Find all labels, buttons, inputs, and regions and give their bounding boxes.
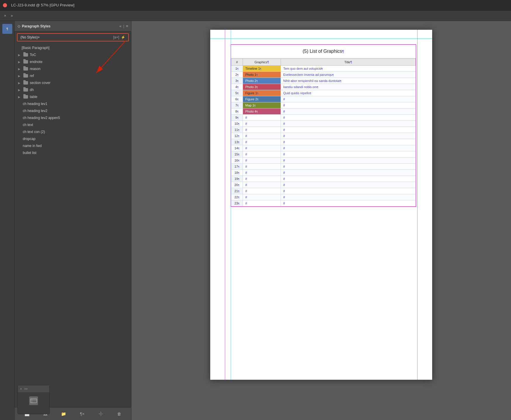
style-group-endnote[interactable]: ▶ endnote	[15, 58, 131, 65]
cell-title: #	[281, 200, 416, 206]
close-panel-button[interactable]: ×	[2, 13, 8, 19]
style-label: ch heading lev1	[23, 102, 47, 106]
style-item-dropcap[interactable]: dropcap	[15, 135, 131, 142]
delete-style-button[interactable]: 🗑	[115, 410, 124, 417]
chevron-right-icon: ▶	[18, 67, 22, 71]
cell-graphic: Photo 1¶	[243, 72, 281, 78]
table-title-text: (5) List of Graphics	[303, 49, 342, 54]
panel-header-actions: « | ≡	[119, 24, 128, 28]
cell-title: #	[281, 145, 416, 151]
folder-button[interactable]: 📁	[59, 410, 68, 417]
style-item-ch-heading-lev2[interactable]: ch heading lev2	[15, 107, 131, 114]
table-row: 4¶Photo 3¶Iaestiu sdandi nobis om¶	[231, 84, 416, 90]
no-styles-actions: [a+] ⚡	[113, 35, 125, 39]
table-row: 14¶##	[231, 145, 416, 151]
style-label: ch heading lev2	[23, 109, 47, 113]
style-group-reason[interactable]: ▶ reason	[15, 65, 131, 72]
table-row: 16¶##	[231, 158, 416, 164]
diamond-icon: ◇	[18, 24, 20, 28]
cell-num: 10¶	[231, 121, 243, 127]
expand-button[interactable]: »	[9, 13, 15, 19]
menu-icon[interactable]: ≡	[126, 24, 128, 28]
cell-title: #	[281, 170, 416, 176]
cell-num: 5¶	[231, 90, 243, 96]
cell-num: 4¶	[231, 84, 243, 90]
cell-title: #	[281, 121, 416, 127]
table-row: 23¶##	[231, 200, 416, 206]
cell-num: 18¶	[231, 170, 243, 176]
cell-num: 12¶	[231, 133, 243, 139]
cell-title: Nihit abor rerspienihil ea sanda duntota…	[281, 78, 416, 84]
style-item-bullet-list[interactable]: bullet list	[15, 149, 131, 156]
table-row: 3¶Photo 2¶Nihit abor rerspienihil ea san…	[231, 78, 416, 84]
style-group-table[interactable]: ▶ table	[15, 93, 131, 100]
cell-num: 11¶	[231, 127, 243, 133]
cell-num: 20¶	[231, 182, 243, 188]
chevron-right-icon: ▶	[18, 60, 22, 64]
close-button[interactable]	[3, 3, 7, 7]
cell-graphic: #	[243, 158, 281, 164]
cell-num: 19¶	[231, 176, 243, 182]
group-label: ref	[30, 74, 34, 78]
table-row: 2¶Photo 1¶Evelessectem invenia ad parumq…	[231, 72, 416, 78]
chevron-right-icon: ▶	[18, 88, 22, 92]
cell-num: 7¶	[231, 102, 243, 108]
style-group-dh[interactable]: ▶ dh	[15, 86, 131, 93]
cell-title: #	[281, 194, 416, 200]
cell-title: #	[281, 151, 416, 158]
table-row: 13¶##	[231, 139, 416, 145]
paragraph-styles-tool[interactable]: ¶	[2, 24, 12, 34]
table-row: 21¶##	[231, 188, 416, 194]
document-page: (5) List of Graphics¶ # Graphics¶ Title¶	[210, 30, 432, 380]
chevron-right-icon: ▶	[18, 53, 22, 57]
cell-graphic: Photo 2¶	[243, 78, 281, 84]
new-style-button[interactable]: ➕	[96, 410, 106, 417]
group-label: table	[30, 95, 37, 99]
table-row: 7¶Map 1¶#	[231, 102, 416, 108]
cell-graphic: Figure 2¶	[243, 96, 281, 102]
style-group-toc[interactable]: ▶ ToC	[15, 51, 131, 58]
paragraph-styles-panel: ◇ Paragraph Styles « | ≡ (No Styles)+ [a…	[15, 21, 131, 420]
cell-graphic: #	[243, 164, 281, 170]
cell-num: 8¶	[231, 108, 243, 115]
guide-inner-left	[231, 30, 231, 380]
panel-title: ◇ Paragraph Styles	[18, 24, 51, 28]
table-row: 19¶##	[231, 176, 416, 182]
mini-panel: × >>	[18, 385, 50, 414]
style-item-ch-text[interactable]: ch text	[15, 121, 131, 128]
style-item-basic-paragraph[interactable]: [Basic Paragraph]	[15, 44, 131, 51]
cell-graphic: #	[243, 194, 281, 200]
table-row: 10¶##	[231, 121, 416, 127]
mini-close-button[interactable]: ×	[20, 387, 22, 391]
cell-title: Quid quidis repello¶	[281, 90, 416, 96]
style-item-ch-heading-lev1[interactable]: ch heading lev1	[15, 100, 131, 107]
cell-graphic: Timeline 1¶	[243, 66, 281, 72]
collapse-icon[interactable]: «	[119, 24, 121, 28]
col-header-graphics: Graphics¶	[243, 59, 281, 66]
table-container: (5) List of Graphics¶ # Graphics¶ Title¶	[231, 44, 416, 207]
style-label: bullet list	[23, 151, 36, 155]
style-item-ch-text-con[interactable]: ch text con (2)	[15, 128, 131, 135]
clear-override-button[interactable]: ¶×	[78, 410, 87, 417]
style-list: [Basic Paragraph] ▶ ToC ▶ endnote ▶ reas…	[15, 43, 131, 407]
style-item-ch-heading-lev2-appen5[interactable]: ch heading lev2 appen5	[15, 114, 131, 121]
col-header-title: Title¶	[281, 59, 416, 66]
panel-header: ◇ Paragraph Styles « | ≡	[15, 21, 131, 32]
cell-graphic: #	[243, 200, 281, 206]
cell-title: #	[281, 102, 416, 108]
group-label: reason	[30, 67, 41, 71]
group-label: endnote	[30, 60, 42, 64]
cell-graphic: #	[243, 139, 281, 145]
folder-icon	[23, 95, 28, 99]
new-style-icon[interactable]: [a+]	[113, 35, 119, 39]
lightning-icon[interactable]: ⚡	[121, 35, 125, 39]
style-group-section-cover[interactable]: ▶ section cover	[15, 79, 131, 86]
cell-title: #	[281, 164, 416, 170]
table-row: 1¶Timeline 1¶Tem quo dem aut volupicid¶	[231, 66, 416, 72]
title-bar: LC-J23-9.indd @ 57% [GPU Preview]	[0, 0, 511, 10]
style-group-ref[interactable]: ▶ ref	[15, 72, 131, 79]
style-item-name-in-fwd[interactable]: name in fwd	[15, 142, 131, 149]
cell-title: #	[281, 176, 416, 182]
mini-expand-button[interactable]: >>	[24, 387, 28, 391]
no-styles-bar[interactable]: (No Styles)+ [a+] ⚡	[17, 33, 129, 41]
